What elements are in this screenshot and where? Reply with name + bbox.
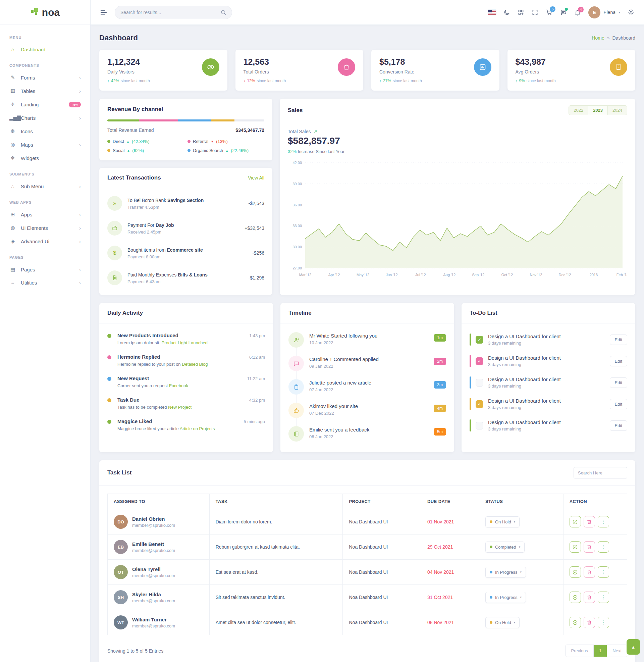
sidebar-item[interactable]: ▂▅▇ Charts › <box>0 111 90 124</box>
menu-toggle-icon[interactable] <box>100 9 107 16</box>
more-options-button[interactable]: ⋮ <box>598 541 609 553</box>
breadcrumb-home[interactable]: Home <box>592 35 604 41</box>
approve-button[interactable] <box>570 541 581 553</box>
delete-button[interactable] <box>584 592 595 603</box>
sidebar-item[interactable]: ⊞ Apps › <box>0 208 90 221</box>
delete-button[interactable] <box>584 566 595 578</box>
svg-text:2013: 2013 <box>590 273 598 277</box>
timeline-item-title: Caroline 1 Commented applied <box>309 356 428 362</box>
timeline-item-date: 10 Jan 2022 <box>309 340 428 345</box>
activity-link[interactable]: Detailed Blog <box>182 362 208 367</box>
status-dropdown[interactable]: In Progress ▾ <box>485 567 526 578</box>
revenue-total-value: $345,3467.72 <box>235 128 264 133</box>
caret-icon: ▲ <box>225 149 228 152</box>
sidebar-item[interactable]: ☸ Icons <box>0 124 90 138</box>
more-options-button[interactable]: ⋮ <box>598 516 609 527</box>
search-input[interactable] <box>120 10 217 15</box>
sidebar-item[interactable]: ❖ Widgets <box>0 151 90 165</box>
sidebar-item[interactable]: ◎ Maps › <box>0 138 90 151</box>
sidebar-item[interactable]: ∴ Sub Menu › <box>0 180 90 193</box>
status-dropdown[interactable]: On Hold ▾ <box>485 517 520 527</box>
stat-delta-note: since last month <box>257 78 286 83</box>
status-dropdown[interactable]: In Progress ▾ <box>485 592 526 603</box>
sidebar-item[interactable]: ✈ Landing new <box>0 98 90 111</box>
more-options-button[interactable]: ⋮ <box>598 566 609 578</box>
todo-checkbox[interactable]: ✓ <box>476 357 483 365</box>
due-date-cell: 04 Nov 2021 <box>421 560 479 585</box>
sidebar-item[interactable]: ▦ Tables › <box>0 84 90 98</box>
notifications-bell-icon[interactable]: 4 <box>574 9 581 16</box>
time-badge: 5m <box>434 428 446 435</box>
activity-desc: Task has to be completed <box>117 405 167 410</box>
year-2024-button[interactable]: 2024 <box>608 106 627 115</box>
language-flag-icon[interactable] <box>488 10 496 15</box>
sidebar-item[interactable]: ⌂ Dashboard <box>0 43 90 56</box>
approve-button[interactable] <box>570 592 581 603</box>
pagination-next[interactable]: Next <box>607 645 627 657</box>
activity-link[interactable]: Product Light Launched <box>162 340 208 345</box>
dark-mode-icon[interactable] <box>503 9 510 16</box>
status-dot <box>490 596 492 599</box>
assignee-name: Skyler Hilda <box>132 592 175 597</box>
edit-button[interactable]: Edit <box>610 335 627 345</box>
status-dropdown[interactable]: Completed ▾ <box>485 542 525 553</box>
edit-button[interactable]: Edit <box>610 420 627 431</box>
fullscreen-icon[interactable] <box>532 9 538 16</box>
task-cell: Est sea erat at kasd. <box>209 560 343 585</box>
sidebar-group: ⌂ Dashboard <box>0 43 90 56</box>
activity-dot <box>107 398 111 402</box>
more-options-button[interactable]: ⋮ <box>598 617 609 628</box>
user-menu[interactable]: E Elena ▾ <box>588 6 620 19</box>
transaction-text: Payment For <box>128 223 156 228</box>
arrow-up-icon: ↑ <box>515 78 518 83</box>
chevron-right-icon: › <box>79 280 81 286</box>
caret-icon: ▲ <box>127 140 130 143</box>
edit-button[interactable]: Edit <box>610 356 627 366</box>
sidebar-item[interactable]: ✎ Forms › <box>0 71 90 84</box>
status-dropdown[interactable]: On Hold ▾ <box>485 617 520 628</box>
delete-button[interactable] <box>584 516 595 527</box>
todo-checkbox[interactable] <box>476 379 483 387</box>
svg-text:Mar '12: Mar '12 <box>299 273 311 277</box>
table-row: OT Olena Tyrell member@spruko.com Est se… <box>108 559 627 585</box>
cart-icon[interactable]: 5 <box>546 9 553 16</box>
year-2023-button[interactable]: 2023 <box>588 106 608 115</box>
view-all-link[interactable]: View All <box>248 175 264 181</box>
todo-checkbox[interactable]: ✓ <box>476 336 483 344</box>
todo-checkbox[interactable]: ✓ <box>476 400 483 408</box>
scroll-to-top-button[interactable]: ▲ <box>626 639 640 655</box>
sidebar-item[interactable]: ◍ Ui Elements › <box>0 221 90 234</box>
settings-gear-icon[interactable] <box>627 9 635 16</box>
delete-button[interactable] <box>584 617 595 628</box>
sidebar-section-webapps: WEB APPS <box>0 193 90 208</box>
topbar: 5 4 E Elena ▾ <box>91 0 644 25</box>
approve-button[interactable] <box>570 566 581 578</box>
activity-link[interactable]: Article on Projects <box>180 426 215 431</box>
year-2022-button[interactable]: 2022 <box>569 106 588 115</box>
edit-button[interactable]: Edit <box>610 399 627 409</box>
legend-label: Organic Search <box>193 148 223 153</box>
edit-button[interactable]: Edit <box>610 378 627 388</box>
more-options-button[interactable]: ⋮ <box>598 592 609 603</box>
brand-logo[interactable]: noa <box>0 0 90 25</box>
sidebar-item[interactable]: ▤ Pages › <box>0 263 90 276</box>
approve-button[interactable] <box>570 617 581 628</box>
activity-link[interactable]: New Project <box>168 405 191 410</box>
delete-button[interactable] <box>584 541 595 553</box>
revenue-legend: Direct ▲ (42.34%) Referral ▼ (13%) <box>107 139 264 153</box>
search-icon[interactable] <box>221 9 226 16</box>
activity-link[interactable]: Facebook <box>169 383 188 388</box>
pagination-previous[interactable]: Previous <box>566 645 594 657</box>
pagination-page-1[interactable]: 1 <box>594 645 607 657</box>
sidebar-item[interactable]: ◈ Advanced Ui › <box>0 234 90 248</box>
task-search-input[interactable] <box>574 467 627 478</box>
project-cell: Noa Dashboard UI <box>342 560 421 585</box>
transaction-text: Bought items from <box>128 247 167 253</box>
approve-button[interactable] <box>570 516 581 527</box>
sidebar-item[interactable]: ≡ Utilities › <box>0 276 90 289</box>
messages-icon[interactable] <box>560 9 567 16</box>
todo-checkbox[interactable] <box>476 422 483 430</box>
sales-increase-text: Increase Since last Year <box>298 149 344 154</box>
sales-area-chart: 42.0039.0036.0033.0030.0027.00Mar '12Apr… <box>288 159 627 279</box>
apps-grid-icon[interactable] <box>518 9 524 16</box>
